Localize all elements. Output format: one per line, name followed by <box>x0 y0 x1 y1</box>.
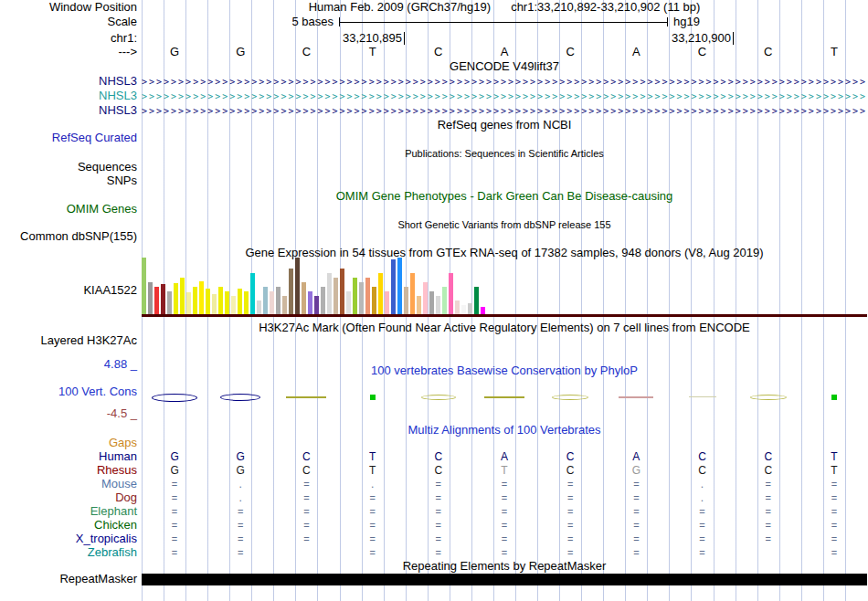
conservation-track[interactable] <box>142 386 867 408</box>
alignment-cell[interactable]: G <box>603 464 669 478</box>
species-label-x_tropicalis[interactable]: X_tropicalis <box>0 532 137 545</box>
alignment-cell[interactable]: T <box>340 464 406 478</box>
phylop-mark[interactable] <box>220 394 260 401</box>
alignment-cell[interactable]: C <box>273 450 339 464</box>
alignment-cell[interactable]: C <box>736 450 801 464</box>
alignment-cell[interactable]: C <box>736 464 801 478</box>
alignment-cell[interactable]: C <box>406 464 471 478</box>
gtex-expression-bar[interactable] <box>442 287 447 314</box>
species-label-elephant[interactable]: Elephant <box>0 505 137 518</box>
alignment-cell[interactable]: T <box>801 450 867 464</box>
refseq-title[interactable]: RefSeq genes from NCBI <box>142 119 867 132</box>
alignment-cell[interactable]: A <box>603 450 669 464</box>
alignment-cell[interactable]: = <box>801 532 867 546</box>
alignment-cell[interactable]: = <box>603 532 669 546</box>
alignment-cell[interactable]: G <box>142 464 207 478</box>
gtex-expression-bar[interactable] <box>372 287 376 314</box>
gtex-expression-bar[interactable] <box>429 291 434 314</box>
alignment-cell[interactable]: T <box>801 464 867 478</box>
publications-title[interactable]: Publications: Sequences in Scientific Ar… <box>142 147 867 160</box>
gtex-expression-bar[interactable] <box>218 287 223 314</box>
gene-transcript-3[interactable]: >>>>>>>>>>>>>>>>>>>>>>>>>>>>>>>>>>>>>>>>… <box>142 106 867 117</box>
alignment-cell[interactable]: A <box>471 450 537 464</box>
alignment-cell[interactable]: T <box>340 450 406 464</box>
alignment-cell[interactable]: = <box>736 519 801 532</box>
alignment-cell[interactable]: = <box>801 546 867 560</box>
gtex-expression-bar[interactable] <box>353 278 357 314</box>
gencode-title[interactable]: GENCODE V49lift37 <box>142 60 867 73</box>
gtex-expression-bar[interactable] <box>142 258 146 314</box>
omim-genes-label[interactable]: OMIM Genes <box>0 203 137 216</box>
alignment-cell[interactable]: = <box>273 505 339 519</box>
phylop-mark[interactable] <box>552 395 588 400</box>
alignment-cell[interactable]: = <box>603 505 669 519</box>
phylop-mark[interactable] <box>619 396 653 398</box>
gtex-expression-bar[interactable] <box>206 289 210 314</box>
alignment-cell[interactable]: = <box>801 505 867 519</box>
gtex-expression-bar[interactable] <box>174 283 178 314</box>
alignment-cell[interactable]: = <box>736 491 801 505</box>
species-label-dog[interactable]: Dog <box>0 491 137 504</box>
alignment-cell[interactable]: = <box>736 532 801 546</box>
phylop-mark[interactable] <box>370 395 376 400</box>
phylop-title[interactable]: 100 vertebrates Basewise Conservation by… <box>142 364 867 377</box>
repeatmasker-label[interactable]: RepeatMasker <box>0 573 137 585</box>
gtex-expression-bar[interactable] <box>154 287 159 314</box>
alignment-cell[interactable]: = <box>273 478 339 491</box>
gtex-expression-bar[interactable] <box>238 289 242 314</box>
alignment-cell[interactable]: = <box>340 505 406 519</box>
gene-label-nhsl3-3[interactable]: NHSL3 <box>0 104 137 117</box>
phylop-mark[interactable] <box>484 396 524 398</box>
alignment-cell[interactable]: = <box>142 532 207 546</box>
alignment-cell[interactable]: C <box>669 464 735 478</box>
alignment-cell[interactable]: C <box>537 464 603 478</box>
gtex-expression-bar[interactable] <box>167 291 172 314</box>
gtex-expression-bar[interactable] <box>212 294 217 314</box>
alignment-cell[interactable]: = <box>736 505 801 519</box>
species-label-zebrafish[interactable]: Zebrafish <box>0 546 137 559</box>
common-dbsnp-label[interactable]: Common dbSNP(155) <box>0 230 137 243</box>
alignment-cell[interactable]: = <box>142 519 207 532</box>
alignment-cell[interactable]: = <box>340 519 406 532</box>
gtex-expression-bar[interactable] <box>423 282 428 314</box>
alignment-cell[interactable]: T <box>471 464 537 478</box>
alignment-cell[interactable]: = <box>471 505 537 519</box>
gtex-expression-bar[interactable] <box>314 296 319 314</box>
alignment-cell[interactable]: = <box>537 519 603 532</box>
alignment-cell[interactable]: . <box>340 478 406 491</box>
gtex-expression-bar[interactable] <box>449 273 453 314</box>
alignment-cell[interactable]: = <box>340 546 406 560</box>
refseq-curated-label[interactable]: RefSeq Curated <box>0 132 137 144</box>
gtex-expression-bar[interactable] <box>263 287 268 314</box>
alignment-cell[interactable]: = <box>537 532 603 546</box>
alignment-cell[interactable]: = <box>142 491 207 505</box>
gtex-expression-bar[interactable] <box>455 300 460 314</box>
alignment-cell[interactable]: = <box>669 546 735 560</box>
gtex-expression-bar[interactable] <box>340 269 344 314</box>
gtex-expression-bar[interactable] <box>193 287 197 314</box>
alignment-cell[interactable]: = <box>471 491 537 505</box>
phylop-mark[interactable] <box>152 394 197 402</box>
gtex-expression-bar[interactable] <box>417 296 421 314</box>
alignment-cell[interactable]: = <box>537 546 603 560</box>
species-label-gaps[interactable]: Gaps <box>0 437 137 449</box>
gtex-expression-bar[interactable] <box>404 287 408 314</box>
alignment-cell[interactable]: = <box>207 532 273 546</box>
alignment-cell[interactable]: = <box>406 546 471 560</box>
alignment-cell[interactable]: C <box>669 450 735 464</box>
gtex-expression-bar[interactable] <box>378 273 383 314</box>
gtex-expression-bar[interactable] <box>397 258 402 314</box>
vert-cons-label[interactable]: 100 Vert. Cons <box>0 385 137 398</box>
track-display-area[interactable]: Human Feb. 2009 (GRCh37/hg19)chr1:33,210… <box>142 0 867 601</box>
gene-label-nhsl3-2[interactable]: NHSL3 <box>0 90 137 102</box>
alignment-cell[interactable]: = <box>142 505 207 519</box>
species-label-mouse[interactable]: Mouse <box>0 478 137 490</box>
gtex-expression-bar[interactable] <box>391 259 396 314</box>
gtex-expression-bar[interactable] <box>199 281 204 314</box>
alignment-cell[interactable]: = <box>471 532 537 546</box>
alignment-cell[interactable]: G <box>207 450 273 464</box>
publications-sequences-label[interactable]: Sequences <box>0 161 137 174</box>
alignment-cell[interactable]: = <box>603 546 669 560</box>
alignment-cell[interactable]: = <box>142 546 207 560</box>
alignment-cell[interactable]: = <box>471 519 537 532</box>
